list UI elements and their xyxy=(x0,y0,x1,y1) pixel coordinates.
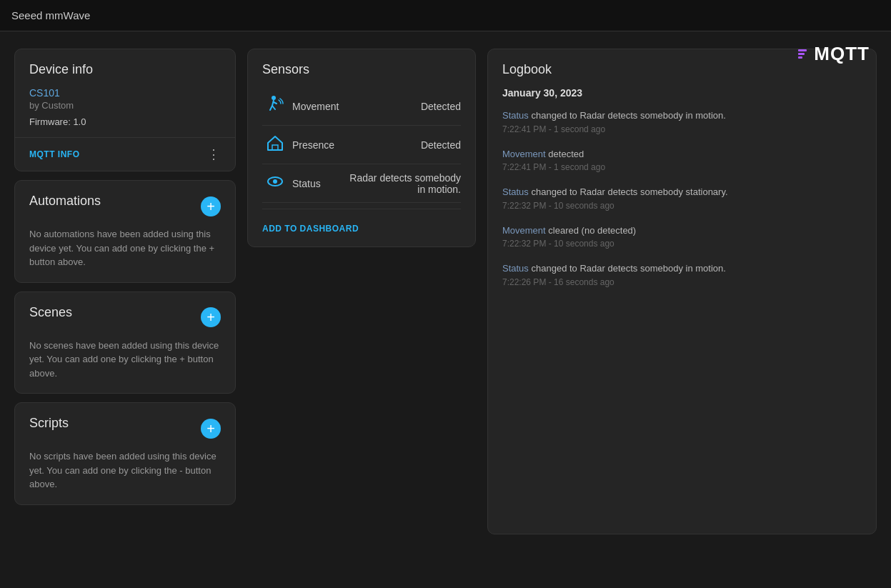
right-column: Logbook January 30, 2023 Status changed … xyxy=(487,49,877,534)
logbook-card[interactable]: Logbook January 30, 2023 Status changed … xyxy=(487,49,877,534)
logbook-text-4: Movement cleared (no detected) xyxy=(502,224,873,238)
mqtt-signal-icon xyxy=(798,49,807,59)
logbook-keyword-3: Status xyxy=(502,186,529,197)
status-label: Status xyxy=(288,178,347,189)
presence-label: Presence xyxy=(288,139,421,151)
device-info-card: Device info CS101 by Custom Firmware: 1.… xyxy=(14,49,236,171)
logbook-keyword-4: Movement xyxy=(502,225,546,236)
automations-empty-text: No automations have been added using thi… xyxy=(29,227,221,269)
presence-sensor-row: Presence Detected xyxy=(262,126,461,164)
add-automation-button[interactable]: + xyxy=(201,196,221,216)
scenes-title: Scenes xyxy=(29,305,72,320)
logbook-text-2: Movement detected xyxy=(502,147,873,161)
presence-value: Detected xyxy=(421,139,461,151)
add-to-dashboard-link[interactable]: ADD TO DASHBOARD xyxy=(262,224,359,234)
device-info-title: Device info xyxy=(29,62,221,77)
logbook-keyword-5: Status xyxy=(502,263,529,274)
automations-card: Automations + No automations have been a… xyxy=(14,180,236,283)
logbook-body-2: detected xyxy=(548,149,584,159)
logbook-keyword-2: Movement xyxy=(502,149,546,159)
status-value: Radar detects somebody in motion. xyxy=(347,172,461,195)
movement-icon xyxy=(262,94,288,118)
scenes-card: Scenes + No scenes have been added using… xyxy=(14,291,236,394)
automations-title: Automations xyxy=(29,194,101,209)
scenes-header: Scenes + xyxy=(29,305,221,330)
more-options-icon[interactable]: ⋮ xyxy=(207,146,221,162)
scripts-card: Scripts + No scripts have been added usi… xyxy=(14,402,236,505)
main-content: Device info CS101 by Custom Firmware: 1.… xyxy=(0,37,891,546)
logbook-body-5: changed to Radar detects somebody in mot… xyxy=(531,263,725,274)
logbook-time-5: 7:22:26 PM - 16 seconds ago xyxy=(502,277,873,287)
logbook-body-1: changed to Radar detects somebody in mot… xyxy=(531,110,725,121)
logbook-time-1: 7:22:41 PM - 1 second ago xyxy=(502,124,873,134)
sensors-title: Sensors xyxy=(262,62,461,77)
logbook-entry-4: Movement cleared (no detected) 7:22:32 P… xyxy=(502,224,873,249)
logbook-body-4: cleared (no detected) xyxy=(548,225,636,236)
scripts-title: Scripts xyxy=(29,416,69,431)
sensors-footer: ADD TO DASHBOARD xyxy=(262,209,461,234)
automations-header: Automations + xyxy=(29,194,221,219)
logbook-text-1: Status changed to Radar detects somebody… xyxy=(502,109,873,123)
topbar-title: Seeed mmWave xyxy=(11,9,90,21)
status-sensor-row: Status Radar detects somebody in motion. xyxy=(262,164,461,203)
topbar: Seeed mmWave xyxy=(0,0,891,31)
logbook-entry-1: Status changed to Radar detects somebody… xyxy=(502,109,873,134)
logbook-body-3: changed to Radar detects somebody statio… xyxy=(531,186,727,197)
device-name: CS101 xyxy=(29,87,221,99)
logbook-keyword-1: Status xyxy=(502,110,529,121)
logbook-time-2: 7:22:41 PM - 1 second ago xyxy=(502,162,873,172)
mqtt-logo-text: MQTT xyxy=(814,43,870,65)
svg-rect-5 xyxy=(272,145,278,150)
middle-column: Sensors Movement xyxy=(247,49,476,534)
device-info-footer: MQTT INFO ⋮ xyxy=(29,138,221,171)
device-firmware: Firmware: 1.0 xyxy=(29,116,221,127)
logbook-entry-2: Movement detected 7:22:41 PM - 1 second … xyxy=(502,147,873,173)
logbook-text-5: Status changed to Radar detects somebody… xyxy=(502,261,873,276)
left-column: Device info CS101 by Custom Firmware: 1.… xyxy=(14,49,236,534)
svg-line-4 xyxy=(274,102,277,104)
mqtt-info-link[interactable]: MQTT INFO xyxy=(29,149,80,159)
movement-sensor-row: Movement Detected xyxy=(262,87,461,126)
logbook-entry-3: Status changed to Radar detects somebody… xyxy=(502,185,873,211)
movement-value: Detected xyxy=(421,101,461,112)
logbook-text-3: Status changed to Radar detects somebody… xyxy=(502,185,873,199)
scenes-empty-text: No scenes have been added using this dev… xyxy=(29,339,221,381)
logbook-time-3: 7:22:32 PM - 10 seconds ago xyxy=(502,201,873,211)
device-by: by Custom xyxy=(29,100,221,111)
add-script-button[interactable]: + xyxy=(201,419,221,439)
svg-line-1 xyxy=(272,100,274,106)
movement-label: Movement xyxy=(288,101,421,112)
svg-line-3 xyxy=(272,106,275,109)
scripts-empty-text: No scripts have been added using this de… xyxy=(29,449,221,492)
add-scene-button[interactable]: + xyxy=(201,307,221,327)
presence-icon xyxy=(262,133,288,156)
scripts-header: Scripts + xyxy=(29,416,221,441)
logbook-time-4: 7:22:32 PM - 10 seconds ago xyxy=(502,239,873,249)
mqtt-logo: MQTT xyxy=(798,43,870,65)
logbook-date: January 30, 2023 xyxy=(502,87,873,99)
svg-point-7 xyxy=(273,179,277,184)
logbook-entry-5: Status changed to Radar detects somebody… xyxy=(502,261,873,287)
sensors-card: Sensors Movement xyxy=(247,49,476,247)
status-icon xyxy=(262,171,288,195)
